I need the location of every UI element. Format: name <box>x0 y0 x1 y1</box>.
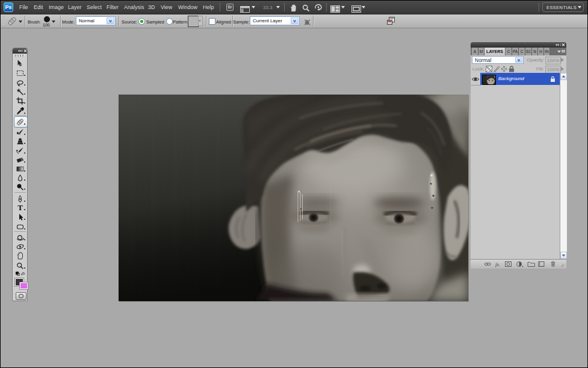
svg-text:T: T <box>17 204 23 211</box>
svg-text:fx.: fx. <box>495 261 500 267</box>
